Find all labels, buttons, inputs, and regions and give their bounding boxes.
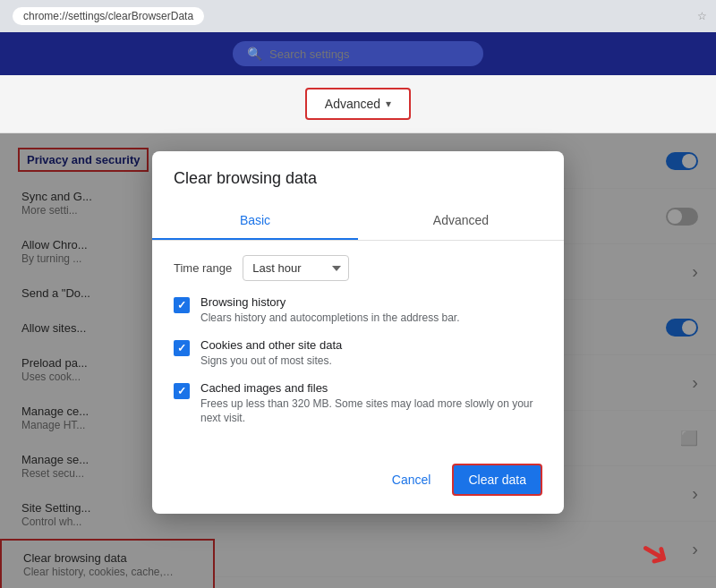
checkbox-item-cache: Cached images and files Frees up less th… [174,381,542,427]
checkbox-history-title: Browsing history [200,295,460,309]
time-range-row: Time range Last hour Last 24 hours Last … [174,255,542,281]
search-input[interactable] [269,47,469,61]
settings-bar: 🔍 [0,32,716,75]
checkbox-cookies-title: Cookies and other site data [200,338,342,352]
advanced-label: Advanced [325,97,380,111]
advanced-button[interactable]: Advanced ▾ [305,88,411,120]
modal-body: Time range Last hour Last 24 hours Last … [152,241,564,453]
checkbox-cache-title: Cached images and files [200,381,542,395]
clear-browsing-data-modal: Clear browsing data Basic Advanced Time … [152,151,564,514]
modal-overlay: Clear browsing data Basic Advanced Time … [0,133,716,588]
time-range-label: Time range [174,261,232,275]
modal-tabs: Basic Advanced [152,202,564,241]
checkbox-cache-desc: Frees up less than 320 MB. Some sites ma… [200,396,542,427]
checkbox-cache-text: Cached images and files Frees up less th… [200,381,542,427]
url-bar[interactable]: chrome://settings/clearBrowserData [13,7,204,25]
checkbox-cookies[interactable] [174,340,190,356]
clear-data-button[interactable]: Clear data [452,464,542,496]
tab-advanced[interactable]: Advanced [358,202,564,240]
advanced-area: Advanced ▾ [0,75,716,133]
modal-title: Clear browsing data [152,151,564,188]
search-icon: 🔍 [247,47,262,61]
checkbox-cache-icon[interactable] [174,383,190,399]
page-content: Privacy and security Sync and G... More … [0,133,716,588]
checkbox-history-desc: Clears history and autocompletions in th… [200,311,460,326]
checkbox-cookies-icon[interactable] [174,340,190,356]
cancel-button[interactable]: Cancel [378,464,446,496]
checkbox-cookies-desc: Signs you out of most sites. [200,354,342,369]
checkbox-history-text: Browsing history Clears history and auto… [200,295,460,326]
star-icon[interactable]: ☆ [697,10,707,22]
time-range-select[interactable]: Last hour Last 24 hours Last 7 days Last… [243,255,349,281]
tab-basic[interactable]: Basic [152,202,358,240]
search-box[interactable]: 🔍 [233,41,483,66]
chrome-bar: chrome://settings/clearBrowserData ☆ [0,0,716,32]
checkbox-item-history: Browsing history Clears history and auto… [174,295,542,326]
checkbox-cookies-text: Cookies and other site data Signs you ou… [200,338,342,369]
checkbox-item-cookies: Cookies and other site data Signs you ou… [174,338,542,369]
modal-footer: Cancel Clear data [152,453,564,514]
checkbox-history-icon[interactable] [174,297,190,313]
checkbox-history[interactable] [174,297,190,313]
checkbox-cache[interactable] [174,383,190,399]
chevron-down-icon: ▾ [386,98,391,110]
